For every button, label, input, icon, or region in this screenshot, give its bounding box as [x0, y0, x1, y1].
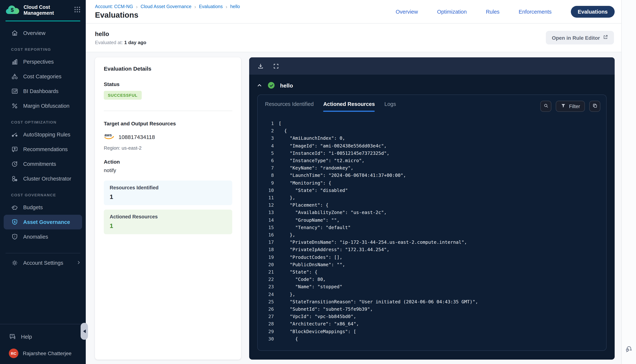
line-number: 14 [266, 216, 274, 224]
sidebar-item[interactable]: AutoStopping Rules [0, 127, 86, 142]
code-line: 30 { [266, 335, 602, 343]
sidebar-item[interactable]: Margin Obfuscation [0, 98, 86, 113]
actioned-resources-count: 1 [110, 222, 226, 230]
collapse-left-icon [83, 330, 86, 333]
top-nav: Overview Optimization Rules Enforcements… [396, 6, 615, 18]
user-row[interactable]: RC Rajarshee Chatterjee [0, 344, 86, 364]
copy-button[interactable] [589, 101, 600, 112]
line-number: 10 [266, 187, 274, 194]
cluster-hexagons-icon [11, 175, 19, 182]
line-number: 8 [266, 172, 274, 179]
code-line: 15 "Tenancy": "default" [266, 224, 602, 231]
sidebar-item-label: Cluster Orchestrator [23, 176, 71, 182]
sidebar-item-label: Cost Categories [23, 74, 62, 80]
line-number: 5 [266, 150, 274, 157]
main: Account: CCM-NG › Cloud Asset Governance… [86, 0, 621, 364]
line-content: { [274, 335, 298, 343]
sidebar-item[interactable]: Budgets [0, 200, 86, 215]
chevron-up-icon[interactable] [256, 82, 262, 88]
code-line: 24 }, [266, 291, 602, 298]
line-content: "Name": "stopped" [274, 283, 342, 291]
code-line: 20 "PublicDnsName": "", [266, 261, 602, 268]
help-chat-icon: ? [9, 333, 16, 340]
gear-icon [11, 259, 19, 266]
sidebar-item[interactable]: $ Asset Governance [4, 215, 82, 230]
sidebar-item[interactable]: Recommendations [0, 142, 86, 157]
top-nav-link[interactable]: Enforcements [519, 9, 551, 14]
sidebar-item-label: AutoStopping Rules [23, 132, 70, 138]
content: Evaluation Details Status SUCCESSFUL Tar… [86, 52, 621, 364]
evaluation-header: hello Evaluated at: 1 day ago Open in Ru… [86, 24, 621, 52]
line-number: 16 [266, 231, 274, 238]
download-icon[interactable] [257, 63, 264, 69]
sidebar-item[interactable]: BI Dashboards [0, 84, 86, 98]
fullscreen-icon[interactable] [273, 63, 279, 69]
line-number: 19 [266, 254, 274, 261]
sidebar: $ Cloud Cost Management [0, 0, 86, 364]
top-nav-link[interactable]: Overview [396, 9, 418, 14]
target-account-row: aws 108817434118 [104, 132, 232, 142]
account-id: 108817434118 [119, 134, 155, 140]
code-line: 7 "KeyName": "randomkey", [266, 164, 602, 172]
evaluation-details-card: Evaluation Details Status SUCCESSFUL Tar… [95, 57, 241, 360]
code-line: 29 "BlockDeviceMappings": [ [266, 328, 602, 335]
line-content: "State": { [274, 268, 317, 276]
line-number: 25 [266, 298, 274, 306]
actioned-resources-card: Actioned Resources 1 [104, 210, 232, 234]
line-content: "State": "disabled" [274, 187, 348, 194]
tab[interactable]: Actioned Resources [323, 101, 375, 112]
line-number: 9 [266, 179, 274, 186]
sidebar-item-help[interactable]: ? Help [0, 330, 86, 344]
tab[interactable]: Resources Identified [265, 101, 313, 112]
breadcrumb-link[interactable]: Cloud Asset Governance [141, 4, 192, 9]
breadcrumb-link[interactable]: Evaluations [199, 4, 223, 9]
code-viewer[interactable]: 1 [ 2 { 3 "AmiLaunchIndex": [258, 112, 606, 350]
aws-logo-icon: aws [104, 132, 115, 142]
line-content: "Tenancy": "default" [274, 224, 351, 231]
line-content: "SubnetId": "subnet-75fe9b39", [274, 306, 373, 313]
code-line: 5 "InstanceId": "i-00512145e7372325d", [266, 150, 602, 157]
top-nav-active-pill[interactable]: Evaluations [571, 6, 615, 18]
code-line: 19 "ProductCodes": [], [266, 254, 602, 261]
line-content: "AvailabilityZone": "us-east-2c", [274, 209, 387, 216]
sidebar-item-account-settings[interactable]: Account Settings [0, 256, 86, 270]
module-grid-icon[interactable] [74, 6, 81, 14]
breadcrumb-link[interactable]: hello [230, 4, 240, 9]
tab[interactable]: Logs [385, 101, 396, 112]
piggy-bank-icon [11, 204, 19, 211]
filter-button[interactable]: Filter [556, 101, 585, 112]
sidebar-item[interactable]: Cluster Orchestrator [0, 171, 86, 186]
chevron-right-icon [76, 260, 81, 266]
sidebar-footer: ? Help RC Rajarshee Chatterjee [0, 324, 86, 364]
code-line: 2 { [266, 127, 602, 134]
line-content: "Architecture": "x86_64", [274, 320, 359, 328]
code-line: 12 "Placement": { [266, 202, 602, 209]
right-gutter [621, 0, 636, 364]
sidebar-item[interactable]: Commitments [0, 157, 86, 171]
resources-identified-card: Resources Identified 1 [104, 180, 232, 205]
code-line: 23 "Name": "stopped" [266, 283, 602, 291]
line-content: "LaunchTime": "2024-06-06T04:41:37+00:00… [274, 172, 406, 179]
top-nav-link[interactable]: Rules [486, 9, 499, 14]
user-name: Rajarshee Chatterjee [23, 350, 72, 356]
search-icon [543, 103, 549, 110]
line-content: "InstanceId": "i-00512145e7372325d", [274, 150, 389, 157]
home-icon [11, 30, 19, 37]
shapes-icon [11, 73, 19, 80]
sidebar-item[interactable]: Overview [0, 26, 86, 40]
search-button[interactable] [540, 101, 551, 112]
sidebar-collapse-handle[interactable] [81, 323, 88, 340]
nav-group-header: COST OPTIMIZATION [0, 113, 86, 127]
evaluation-name: hello [95, 30, 146, 37]
sidebar-item[interactable]: Cost Categories [0, 69, 86, 84]
breadcrumb-link[interactable]: Account: CCM-NG [95, 4, 133, 9]
feedback-chat-icon[interactable] [625, 345, 633, 354]
line-number: 1 [266, 120, 274, 127]
open-in-rule-editor-button[interactable]: Open in Rule Editor [546, 31, 614, 44]
top-nav-link[interactable]: Optimization [437, 9, 467, 14]
resources-identified-count: 1 [110, 194, 226, 201]
sidebar-item[interactable]: ! Anomalies [0, 230, 86, 244]
sidebar-item[interactable]: Perspectives [0, 54, 86, 69]
evaluated-at: Evaluated at: 1 day ago [95, 40, 146, 45]
code-line: 1 [ [266, 120, 602, 127]
